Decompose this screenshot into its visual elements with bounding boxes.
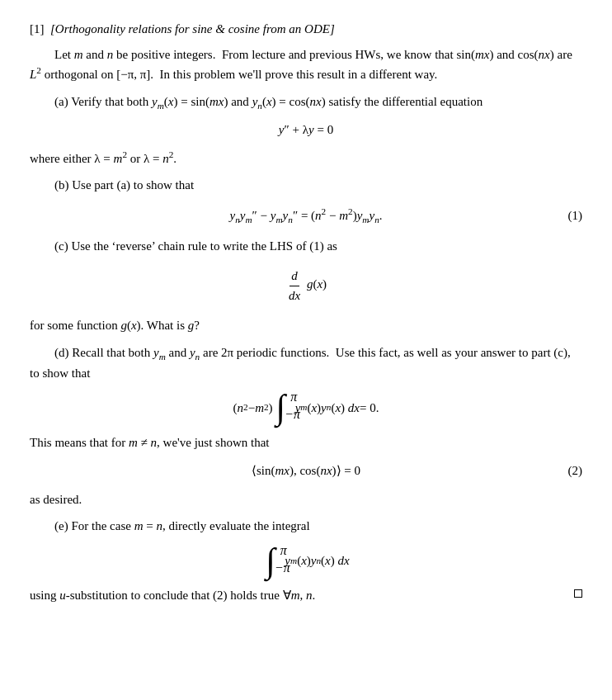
part-d-text2: This means that for m ≠ n, we've just sh… (30, 433, 582, 452)
equation-derivative: d dx g(x) (30, 267, 582, 305)
qed-box (574, 589, 582, 598)
problem-container: [1] [Orthogonality relations for sine & … (30, 20, 582, 605)
part-c: (c) Use the ‘reverse’ chain rule to writ… (30, 237, 582, 335)
part-b-label: (b) Use part (a) to show that (30, 176, 582, 195)
part-d-end: as desired. (30, 490, 582, 509)
equation-number-2: (2) (568, 461, 583, 480)
part-d-label: (d) Recall that both ym and yn are 2π pe… (30, 343, 582, 382)
problem-intro: Let m and n be positive integers. From l… (30, 45, 582, 84)
integral-sign-e: ∫ π −π (266, 547, 275, 575)
equation-integral-e: ∫ π −π ym(x)yn(x) dx (30, 547, 582, 575)
fraction-d-dx: d dx (287, 267, 302, 305)
part-a: (a) Verify that both ym(x) = sin(mx) and… (30, 92, 582, 168)
part-a-continuation: where either λ = m2 or λ = n2. (30, 148, 582, 168)
part-e-continuation: using u-substitution to conclude that (2… (30, 586, 582, 605)
fraction-numerator: d (290, 267, 299, 286)
problem-title: [Orthogonality relations for sine & cosi… (47, 22, 334, 35)
equation-ode: y″ + λy = 0 (30, 121, 582, 140)
part-c-label: (c) Use the ‘reverse’ chain rule to writ… (30, 237, 582, 256)
equation-number-1: (1) (568, 206, 583, 225)
problem-number: [1] (30, 22, 45, 35)
part-e: (e) For the case m = n, directly evaluat… (30, 517, 582, 605)
equation-2: ⟨sin(mx), cos(nx)⟩ = 0 (252, 461, 360, 480)
part-d: (d) Recall that both ym and yn are 2π pe… (30, 343, 582, 508)
equation-integral-d: (n2 − m2) ∫ π −π ym(x)yn(x) dx = 0. (30, 394, 582, 422)
part-b: (b) Use part (a) to show that ynym″ − ym… (30, 176, 582, 226)
fraction-denominator: dx (287, 286, 302, 305)
equation-2-row: ⟨sin(mx), cos(nx)⟩ = 0 (2) (30, 461, 582, 480)
part-e-label: (e) For the case m = n, directly evaluat… (30, 517, 582, 536)
part-a-label: (a) Verify that both ym(x) = sin(mx) and… (30, 92, 582, 113)
problem-header: [1] [Orthogonality relations for sine & … (30, 20, 582, 39)
equation-1-row: ynym″ − ymyn″ = (n2 − m2)ymyn. (1) (30, 205, 582, 227)
part-c-continuation: for some function g(x). What is g? (30, 316, 582, 335)
equation-1: ynym″ − ymyn″ = (n2 − m2)ymyn. (229, 205, 382, 227)
integral-sign-d: ∫ π −π (276, 394, 286, 422)
